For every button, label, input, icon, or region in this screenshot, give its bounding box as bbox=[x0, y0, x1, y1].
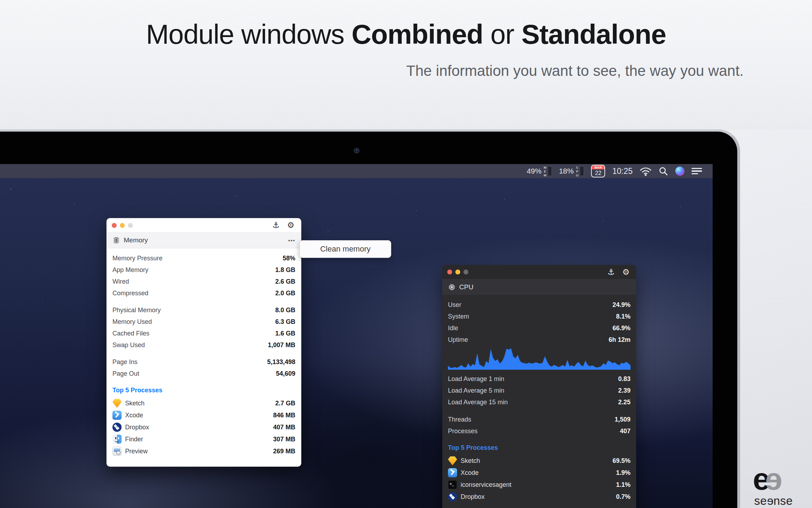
traffic-lights bbox=[112, 223, 133, 228]
menubar-calendar[interactable]: MAR 22 bbox=[591, 164, 605, 178]
stat-row: Memory Pressure58% bbox=[112, 253, 295, 264]
process-name: Preview bbox=[125, 448, 148, 455]
ram-chip-icon bbox=[112, 236, 120, 244]
memory-percent: 49% bbox=[527, 167, 541, 175]
dropbox-icon bbox=[112, 423, 122, 432]
dropbox-icon bbox=[448, 492, 457, 501]
process-row: iconservicesagent1.1% bbox=[448, 479, 630, 491]
stat-value: 54,609 bbox=[276, 370, 295, 377]
top-processes-link[interactable]: Top 5 Processes bbox=[112, 386, 295, 394]
cpu-gauge bbox=[580, 166, 584, 176]
cpu-percent: 18% bbox=[559, 167, 574, 175]
sketch-icon bbox=[448, 456, 457, 465]
calendar-icon: MAR 22 bbox=[591, 165, 605, 177]
menubar-memory-status[interactable]: 49% MEM bbox=[527, 164, 552, 178]
process-row: Xcode1.9% bbox=[448, 467, 630, 479]
process-name: Xcode bbox=[125, 412, 143, 419]
cpu-usage-graph bbox=[448, 348, 630, 370]
seense-logo: ee seense bbox=[753, 465, 809, 508]
process-row: Sketch2.7 GB bbox=[112, 397, 295, 409]
memory-module-header: Memory ••• bbox=[107, 232, 301, 248]
stat-row: User24.9% bbox=[448, 299, 630, 311]
cpu-window-body: User24.9% System8.1% Idle66.9% Uptime6h … bbox=[442, 295, 636, 508]
calendar-day: 22 bbox=[592, 169, 604, 177]
anchor-icon[interactable]: ⚓ bbox=[271, 220, 281, 231]
process-value: 1.9% bbox=[616, 469, 630, 477]
top-processes-link[interactable]: Top 5 Processes bbox=[448, 443, 630, 452]
stat-label: Physical Memory bbox=[112, 307, 161, 314]
menubar-clock[interactable]: 10:25 bbox=[612, 164, 633, 178]
desktop-wallpaper: 49% MEM 18% CPU MAR 22 10:25 bbox=[0, 164, 713, 508]
stat-label: Swap Used bbox=[112, 341, 145, 349]
gear-icon[interactable]: ⚙ bbox=[285, 220, 296, 231]
stat-row: Uptime6h 12m bbox=[448, 334, 630, 346]
menubar-wifi[interactable] bbox=[640, 164, 652, 178]
stat-row: Physical Memory8.0 GB bbox=[112, 304, 295, 316]
memory-window-titlebar[interactable]: ⚓ ⚙ bbox=[107, 218, 301, 232]
stars-decoration bbox=[11, 189, 11, 189]
list-icon bbox=[691, 168, 702, 175]
cpu-module-header: CPU bbox=[442, 279, 636, 295]
stat-label: Threads bbox=[448, 416, 471, 423]
calendar-month: MAR bbox=[592, 165, 604, 169]
anchor-icon[interactable]: ⚓ bbox=[606, 267, 616, 277]
stat-value: 2.6 GB bbox=[275, 278, 295, 285]
menubar-cpu-status[interactable]: 18% CPU bbox=[559, 164, 584, 178]
process-value: 2.7 GB bbox=[275, 400, 295, 407]
hero-section: Module windows Combined or Standalone Th… bbox=[0, 0, 812, 130]
zoom-button[interactable] bbox=[463, 270, 468, 274]
minimize-button[interactable] bbox=[120, 223, 125, 228]
memory-gauge-label: MEM bbox=[543, 165, 547, 177]
sketch-icon bbox=[112, 399, 122, 408]
close-button[interactable] bbox=[447, 270, 452, 274]
finder-icon bbox=[112, 435, 122, 444]
stat-value: 6h 12m bbox=[609, 336, 630, 344]
stat-label: System bbox=[448, 313, 469, 320]
menubar-siri[interactable] bbox=[675, 164, 684, 178]
menu-bar: 49% MEM 18% CPU MAR 22 10:25 bbox=[0, 164, 713, 178]
close-button[interactable] bbox=[112, 223, 117, 228]
stat-row: Compressed2.0 GB bbox=[112, 288, 295, 299]
clock-time: 10:25 bbox=[612, 167, 633, 176]
stat-row: Cached Files1.6 GB bbox=[112, 328, 295, 339]
stat-value: 5,133,498 bbox=[267, 358, 295, 366]
process-row: Preview269 MB bbox=[112, 445, 295, 457]
process-row: Sketch69.5% bbox=[448, 455, 630, 467]
stat-row: Swap Used1,007 MB bbox=[112, 339, 295, 351]
stat-value: 8.1% bbox=[616, 313, 630, 320]
stat-row: Wired2.6 GB bbox=[112, 276, 295, 288]
xcode-icon bbox=[112, 411, 122, 420]
zoom-button[interactable] bbox=[128, 223, 133, 228]
stat-label: Load Average 15 min bbox=[448, 399, 508, 406]
stat-label: Page Ins bbox=[112, 358, 137, 366]
cpu-window: ⚓ ⚙ CPU User24.9% System8.1% bbox=[442, 265, 636, 508]
gear-icon[interactable]: ⚙ bbox=[621, 267, 631, 277]
stat-label: Load Average 1 min bbox=[448, 375, 504, 383]
stat-label: Idle bbox=[448, 325, 458, 332]
process-name: Dropbox bbox=[125, 424, 149, 431]
menubar-app-list[interactable] bbox=[691, 164, 702, 178]
stat-value: 6.3 GB bbox=[275, 318, 295, 326]
memory-module-title: Memory bbox=[124, 236, 148, 244]
process-name: Sketch bbox=[461, 457, 480, 465]
process-value: 1.1% bbox=[616, 481, 630, 489]
stat-value: 407 bbox=[620, 428, 630, 435]
stat-label: Uptime bbox=[448, 336, 468, 344]
stat-row: Page Out54,609 bbox=[112, 368, 295, 380]
menubar-search[interactable] bbox=[659, 164, 668, 178]
stat-label: Compressed bbox=[112, 290, 148, 297]
process-value: 69.5% bbox=[613, 457, 630, 465]
memory-gauge bbox=[548, 166, 552, 176]
siri-icon bbox=[675, 167, 684, 176]
preview-icon bbox=[112, 447, 122, 456]
cpu-window-titlebar[interactable]: ⚓ ⚙ bbox=[442, 265, 636, 279]
clean-memory-button[interactable]: Clean memory bbox=[300, 240, 391, 258]
stat-label: Memory Pressure bbox=[112, 255, 162, 262]
stat-value: 66.9% bbox=[613, 325, 630, 332]
process-name: Sketch bbox=[125, 400, 144, 407]
minimize-button[interactable] bbox=[455, 270, 460, 274]
stat-label: Page Out bbox=[112, 370, 139, 377]
process-value: 846 MB bbox=[273, 412, 295, 419]
stat-value: 2.39 bbox=[618, 387, 630, 394]
more-options-button[interactable]: ••• bbox=[288, 237, 295, 243]
